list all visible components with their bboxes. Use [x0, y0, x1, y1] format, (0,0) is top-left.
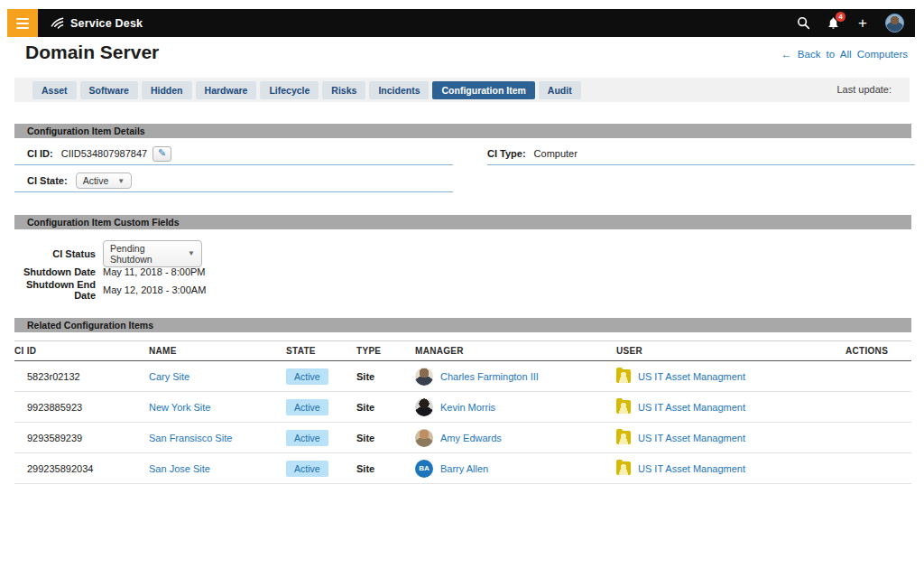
app-title: Service Desk — [70, 17, 143, 30]
manager-link[interactable]: Charles Farmington III — [440, 371, 539, 382]
ci-id-cell: 9293589239 — [14, 433, 149, 443]
top-bar: Service Desk 4 + — [7, 9, 915, 37]
column-header: USER — [616, 346, 845, 356]
solarwinds-logo-icon — [51, 16, 64, 30]
ci-id-label: CI ID: — [27, 148, 53, 159]
type-cell: Site — [356, 371, 415, 382]
section-header-custom-fields: Configuration Item Custom Fields — [14, 215, 911, 229]
state-badge: Active — [286, 461, 328, 477]
user-group-icon — [616, 431, 631, 444]
tab[interactable]: Lifecycle — [260, 81, 319, 99]
ci-id-cell: 9923885923 — [14, 402, 149, 413]
user-link[interactable]: US IT Asset Managment — [638, 371, 745, 382]
ci-id-cell: 5823r02132 — [14, 371, 149, 382]
table-body: 5823r02132 Cary Site Active Site Charles… — [14, 361, 911, 484]
type-cell: Site — [356, 433, 415, 443]
profile-avatar[interactable] — [885, 14, 904, 33]
tab[interactable]: Software — [80, 81, 138, 99]
manager-avatar — [415, 429, 433, 447]
ci-status-label: CI Status — [14, 248, 96, 259]
back-link[interactable]: ← Back to All Computers — [781, 48, 908, 61]
ci-state-select[interactable]: Active▼ — [76, 172, 133, 189]
related-items-table: CI ID NAME STATE TYPE MANAGER USER ACTIO… — [14, 340, 911, 484]
state-badge: Active — [286, 430, 328, 446]
manager-link[interactable]: Kevin Morris — [440, 402, 495, 413]
tab[interactable]: Hardware — [196, 81, 257, 99]
ci-status-select[interactable]: Pending Shutdown▼ — [103, 240, 202, 267]
column-header: ACTIONS — [845, 346, 911, 356]
manager-link[interactable]: Amy Edwards — [440, 433, 502, 443]
edit-pencil-icon[interactable]: ✎ — [152, 146, 171, 162]
manager-avatar: BA — [415, 460, 433, 478]
chevron-down-icon: ▼ — [117, 177, 125, 185]
tab[interactable]: Audit — [539, 81, 581, 99]
shutdown-date-label: Shutdown Date — [14, 266, 96, 277]
shutdown-end-date-value: May 12, 2018 - 3:00AM — [103, 284, 206, 295]
ci-id-value: CIID534807987847 — [61, 148, 147, 159]
ci-type-row: CI Type: Computer — [487, 146, 578, 161]
user-group-icon — [616, 369, 631, 383]
back-arrow-icon: ← — [781, 48, 792, 61]
section-header-details: Configuration Item Details — [14, 124, 911, 138]
divider — [14, 191, 453, 192]
ci-id-cell: 299235892034 — [14, 463, 149, 474]
table-row: 9923885923 New York Site Active Site Kev… — [14, 392, 911, 423]
ci-id-row: CI ID: CIID534807987847 ✎ — [27, 144, 171, 163]
chevron-down-icon: ▼ — [188, 249, 195, 257]
column-header: NAME — [149, 346, 286, 356]
manager-link[interactable]: Barry Allen — [440, 463, 488, 474]
user-link[interactable]: US IT Asset Managment — [638, 433, 745, 443]
ci-name-link[interactable]: New York Site — [149, 402, 210, 413]
ci-type-label: CI Type: — [487, 148, 526, 159]
shutdown-date-value: May 11, 2018 - 8:00PM — [103, 266, 206, 277]
shutdown-end-date-row: Shutdown End Date May 12, 2018 - 3:00AM — [14, 283, 206, 297]
ci-name-link[interactable]: Cary Site — [149, 371, 189, 382]
state-badge: Active — [286, 399, 328, 415]
ci-type-value: Computer — [534, 148, 578, 159]
shutdown-end-date-label: Shutdown End Date — [14, 279, 96, 301]
shutdown-date-row: Shutdown Date May 11, 2018 - 8:00PM — [14, 265, 206, 279]
ci-state-row: CI State: Active▼ — [27, 172, 132, 190]
ci-name-link[interactable]: San Fransisco Site — [149, 433, 232, 443]
table-row: 299235892034 San Jose Site Active Site B… — [14, 453, 911, 484]
divider — [487, 164, 915, 165]
manager-avatar — [415, 368, 433, 386]
bell-icon[interactable]: 4 — [826, 16, 840, 31]
section-header-related: Related Configuration Items — [14, 318, 911, 332]
column-header: CI ID — [14, 346, 149, 356]
ci-status-row: CI Status Pending Shutdown▼ — [14, 245, 202, 262]
user-link[interactable]: US IT Asset Managment — [638, 402, 745, 413]
topbar-actions: 4 + — [796, 14, 915, 33]
type-cell: Site — [356, 463, 415, 474]
manager-avatar — [415, 398, 433, 416]
column-header: TYPE — [356, 346, 415, 356]
column-header: MANAGER — [415, 346, 616, 356]
table-header-row: CI ID NAME STATE TYPE MANAGER USER ACTIO… — [14, 340, 911, 361]
ci-state-label: CI State: — [27, 175, 68, 186]
tab[interactable]: Incidents — [369, 81, 429, 99]
tab-bar: Asset Software Hidden Hardware Lifecycle… — [14, 78, 910, 102]
table-row: 9293589239 San Fransisco Site Active Sit… — [14, 423, 911, 453]
user-group-icon — [616, 461, 631, 475]
ci-name-link[interactable]: San Jose Site — [149, 463, 210, 474]
tab[interactable]: Configuration Item — [432, 81, 534, 99]
user-link[interactable]: US IT Asset Managment — [638, 463, 745, 474]
tab[interactable]: Risks — [322, 81, 365, 99]
plus-icon[interactable]: + — [855, 16, 870, 31]
table-row: 5823r02132 Cary Site Active Site Charles… — [14, 361, 911, 392]
divider — [14, 164, 453, 165]
user-group-icon — [616, 400, 631, 414]
tab[interactable]: Hidden — [142, 81, 192, 99]
page-title: Domain Server — [25, 42, 159, 63]
search-icon[interactable] — [796, 16, 810, 31]
type-cell: Site — [356, 402, 415, 413]
column-header: STATE — [286, 346, 356, 356]
state-badge: Active — [286, 368, 328, 385]
notification-badge: 4 — [836, 12, 845, 22]
tab[interactable]: Asset — [32, 81, 77, 99]
last-update-label: Last update: — [836, 84, 901, 95]
brand: Service Desk — [51, 16, 143, 30]
menu-icon[interactable] — [7, 9, 38, 37]
